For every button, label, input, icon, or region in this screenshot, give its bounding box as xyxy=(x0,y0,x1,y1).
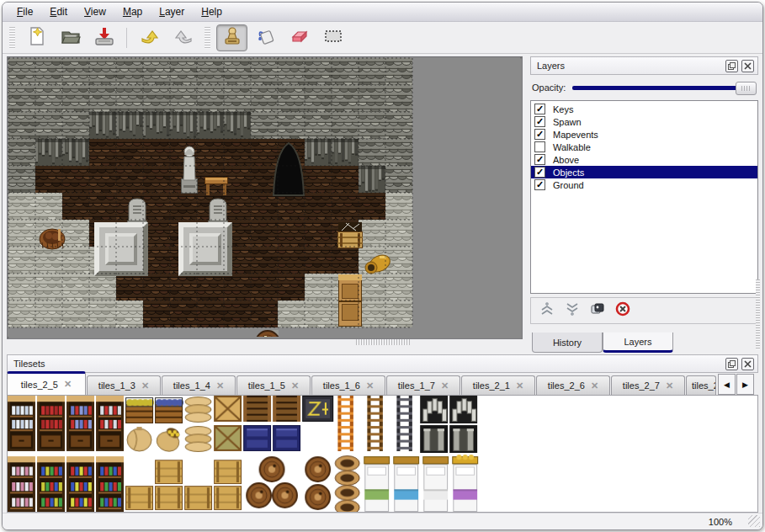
close-tab-icon[interactable]: ✕ xyxy=(64,379,72,390)
layer-row-ground[interactable]: ✓Ground xyxy=(531,178,757,191)
tileset-content: ▲ ▼ xyxy=(7,395,758,513)
vertical-splitter[interactable] xyxy=(523,56,530,353)
opacity-slider-thumb[interactable] xyxy=(736,82,757,95)
zoom-level: 100% xyxy=(709,517,732,527)
layer-name: Keys xyxy=(553,104,573,114)
tileset-tab[interactable]: tiles_1_4✕ xyxy=(162,375,236,395)
layer-checkbox[interactable]: ✓ xyxy=(534,167,545,178)
tab-layers[interactable]: Layers xyxy=(603,332,673,353)
tileset-tab-label: tiles_2 xyxy=(692,380,716,391)
layer-checkbox[interactable]: ✓ xyxy=(534,154,545,165)
layer-row-above[interactable]: ✓Above xyxy=(531,153,757,166)
stamp-tool-button[interactable] xyxy=(216,24,247,51)
layer-buttons-bar xyxy=(530,297,758,324)
layer-row-walkable[interactable]: Walkable xyxy=(531,141,757,153)
move-layer-up-button[interactable] xyxy=(539,301,555,320)
status-bar: 100% xyxy=(3,513,762,529)
rect-select-icon xyxy=(322,25,344,51)
close-tab-icon[interactable]: ✕ xyxy=(141,380,149,391)
float-panel-button[interactable] xyxy=(725,60,738,72)
close-tab-icon[interactable]: ✕ xyxy=(216,380,224,391)
layer-name: Objects xyxy=(553,168,584,178)
redo-arrow-icon xyxy=(173,25,194,51)
scroll-tabs-right-button[interactable]: ▶ xyxy=(736,374,754,395)
toolbar-drag-handle-2[interactable] xyxy=(205,27,210,49)
close-panel-button[interactable] xyxy=(741,60,754,72)
toolbar-drag-handle[interactable] xyxy=(9,27,15,49)
tileset-tab[interactable]: tiles_1_5✕ xyxy=(236,375,311,395)
close-tab-icon[interactable]: ✕ xyxy=(291,380,299,391)
toolbar xyxy=(3,22,762,54)
menu-help[interactable]: Help xyxy=(194,4,230,19)
menu-file[interactable]: File xyxy=(9,4,40,19)
tileset-tab-truncated[interactable]: tiles_2 xyxy=(686,375,716,395)
close-tab-icon[interactable]: ✕ xyxy=(441,380,449,391)
layer-row-keys[interactable]: ✓Keys xyxy=(531,103,757,115)
layer-name: Spawn xyxy=(553,117,582,127)
layer-checkbox[interactable]: ✓ xyxy=(534,104,545,114)
tab-history[interactable]: History xyxy=(532,332,603,353)
layer-name: Above xyxy=(553,155,579,165)
eraser-icon xyxy=(289,25,311,51)
float-tilesets-button[interactable] xyxy=(725,358,738,370)
tileset-tab-label: tiles_2_7 xyxy=(623,380,660,391)
layer-row-spawn[interactable]: ✓Spawn xyxy=(531,115,757,128)
tileset-tab-label: tiles_2_5 xyxy=(21,380,58,390)
move-layer-down-button[interactable] xyxy=(565,301,580,320)
save-map-button[interactable] xyxy=(88,24,120,51)
horizontal-splitter[interactable] xyxy=(356,339,410,345)
tileset-tab[interactable]: tiles_1_3✕ xyxy=(87,375,161,395)
main-area: Layers Opacity: ✓Keys ✓Spawn ✓Mapevents … xyxy=(3,54,762,353)
layer-row-objects[interactable]: ✓Objects xyxy=(531,166,757,178)
close-tab-icon[interactable]: ✕ xyxy=(366,380,374,391)
fill-tool-button[interactable] xyxy=(250,24,281,51)
duplicate-layer-button[interactable] xyxy=(590,301,605,320)
tileset-tab[interactable]: tiles_2_5✕ xyxy=(7,371,86,395)
dock-tabs: History Layers xyxy=(530,332,758,353)
menu-view[interactable]: View xyxy=(77,4,114,19)
tilesets-titlebar: Tilesets xyxy=(7,354,758,373)
scroll-tabs-left-button[interactable]: ◀ xyxy=(718,374,736,395)
splitter-grip[interactable] xyxy=(756,279,760,350)
toolbar-separator xyxy=(126,28,127,48)
new-map-button[interactable] xyxy=(21,24,52,51)
layer-checkbox[interactable]: ✓ xyxy=(534,116,545,127)
close-tab-icon[interactable]: ✕ xyxy=(516,380,523,391)
layer-checkbox[interactable] xyxy=(534,141,545,152)
tileset-tab[interactable]: tiles_2_1✕ xyxy=(461,375,535,395)
tileset-canvas[interactable] xyxy=(8,396,758,512)
eraser-tool-button[interactable] xyxy=(284,24,315,51)
layer-row-mapevents[interactable]: ✓Mapevents xyxy=(531,128,757,141)
menu-edit[interactable]: Edit xyxy=(42,4,75,19)
layers-titlebar: Layers xyxy=(530,56,758,75)
opacity-slider[interactable] xyxy=(572,81,757,94)
resize-grip[interactable] xyxy=(748,515,760,527)
close-tab-icon[interactable]: ✕ xyxy=(591,380,598,391)
layer-checkbox[interactable]: ✓ xyxy=(534,129,545,140)
redo-button[interactable] xyxy=(167,24,199,51)
map-editor-window: File Edit View Map Layer Help xyxy=(2,2,763,530)
tileset-tab-label: tiles_2_1 xyxy=(473,380,510,391)
layer-checkbox[interactable]: ✓ xyxy=(534,179,545,190)
layer-name: Walkable xyxy=(553,142,591,152)
opacity-row: Opacity: xyxy=(530,75,758,98)
close-tilesets-button[interactable] xyxy=(741,358,754,370)
map-canvas[interactable] xyxy=(8,57,520,337)
close-tab-icon[interactable]: ✕ xyxy=(666,380,673,391)
undo-button[interactable] xyxy=(134,24,165,51)
tileset-tab[interactable]: tiles_1_7✕ xyxy=(386,375,460,395)
tilesets-panel: Tilesets tiles_2_5✕ tiles_1_3✕ tiles_1_4… xyxy=(3,353,762,513)
menu-map[interactable]: Map xyxy=(115,4,150,19)
delete-layer-button[interactable] xyxy=(615,301,630,320)
stamp-icon xyxy=(221,25,243,51)
new-file-icon xyxy=(26,25,48,51)
opacity-slider-track[interactable] xyxy=(572,86,755,90)
tileset-tab[interactable]: tiles_2_7✕ xyxy=(611,375,685,395)
tilesets-panel-title: Tilesets xyxy=(11,359,722,369)
tileset-tab[interactable]: tiles_1_6✕ xyxy=(311,375,385,395)
rect-select-tool-button[interactable] xyxy=(317,24,348,51)
tileset-tab[interactable]: tiles_2_6✕ xyxy=(536,375,610,395)
open-map-button[interactable] xyxy=(55,24,86,51)
layer-name: Ground xyxy=(553,180,584,190)
menu-layer[interactable]: Layer xyxy=(151,4,192,19)
